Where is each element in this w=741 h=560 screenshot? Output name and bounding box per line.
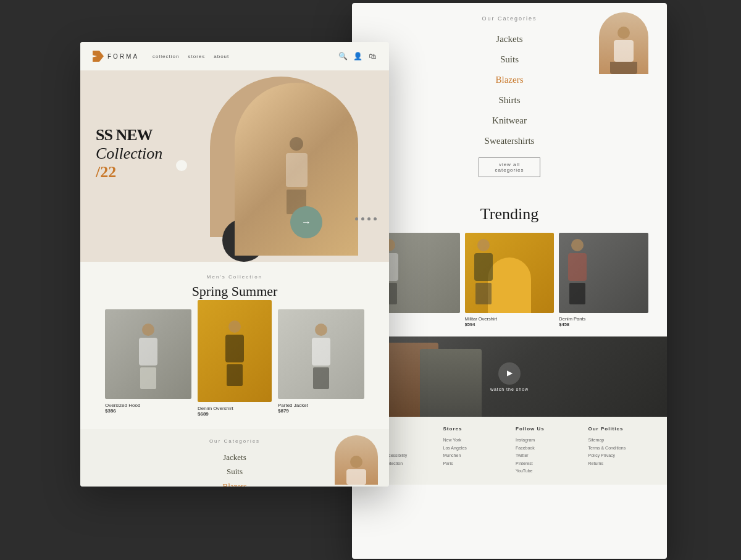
footer-stores-link-3[interactable]: Munchen xyxy=(443,452,504,460)
trending-img-2 xyxy=(465,233,555,313)
nav-stores[interactable]: stores xyxy=(188,54,205,59)
video-model-right xyxy=(420,349,482,417)
front-cat-arch-figure xyxy=(335,435,378,485)
front-cat-arch-img xyxy=(335,435,378,485)
footer-politics-link-4[interactable]: Returns xyxy=(588,460,649,468)
video-play-button[interactable]: ▶ xyxy=(498,362,521,385)
product-name-2: Denim Overshirt xyxy=(198,406,272,411)
f-head-3 xyxy=(571,239,584,251)
back-cat-shirts[interactable]: Shirts xyxy=(371,90,648,111)
hero-circle-small xyxy=(176,160,187,171)
front-cat-suits[interactable]: Suits xyxy=(96,464,374,479)
pf-body-2 xyxy=(225,335,244,362)
person-head xyxy=(618,27,630,39)
back-cat-sweatershirts[interactable]: Sweatershirts xyxy=(371,131,648,151)
footer-politics-title: Our Politics xyxy=(588,426,649,432)
footer-follow-link-1[interactable]: Instagram xyxy=(516,437,576,445)
fcp-head xyxy=(350,456,362,468)
video-play-container: ▶ watch the show xyxy=(490,362,529,391)
trending-grid: Jacket Militar Overshirt $594 xyxy=(371,233,648,327)
sitting-person xyxy=(610,20,637,74)
hero-dot-3[interactable] xyxy=(367,217,371,220)
product-figure-2 xyxy=(216,314,253,388)
front-cat-person xyxy=(346,449,366,485)
hero-dot-2[interactable] xyxy=(361,217,364,220)
video-section: ▶ watch the show xyxy=(352,336,667,417)
back-arch-container xyxy=(599,12,648,80)
front-cat-jackets[interactable]: Jackets xyxy=(96,450,374,464)
logo-icon xyxy=(93,51,104,62)
f-legs-3 xyxy=(569,283,585,304)
product-card-3[interactable]: Parted Jacket $879 xyxy=(278,309,364,417)
pf-head-3 xyxy=(315,324,327,336)
logo-name: FORMA xyxy=(107,53,139,60)
product-img-3 xyxy=(278,309,364,399)
footer-stores-link-4[interactable]: Paris xyxy=(443,460,504,468)
hero-next-button[interactable]: → xyxy=(290,206,322,238)
footer-stores-link-1[interactable]: New York xyxy=(443,437,504,445)
pf-body-1 xyxy=(139,338,157,366)
trending-title: Trending xyxy=(371,205,648,224)
product-price-2: $689 xyxy=(198,411,272,417)
footer-follow-link-3[interactable]: Twitter xyxy=(516,452,576,460)
trending-img-3 xyxy=(559,233,648,313)
hero-dot-1[interactable] xyxy=(355,217,358,220)
trending-price-3: $458 xyxy=(559,322,648,327)
product-name-3: Parted Jacket xyxy=(278,403,364,408)
hero-dot-4[interactable] xyxy=(374,217,377,220)
spring-summer-title: Spring Summer xyxy=(96,283,374,299)
trending-card-3[interactable]: Denim Pants $458 xyxy=(559,233,648,327)
cart-icon[interactable]: 🛍 xyxy=(368,52,377,61)
front-categories-list: Jackets Suits Blazers Shirts Knitwear Sw… xyxy=(96,450,374,487)
view-all-categories-button[interactable]: view all categories xyxy=(479,157,540,177)
footer-stores-link-2[interactable]: Los Angeles xyxy=(443,445,504,453)
footer-politics-link-3[interactable]: Policy Privacy xyxy=(588,452,649,460)
pf-head-2 xyxy=(228,320,241,333)
hero-dots xyxy=(355,217,377,220)
trending-card-2[interactable]: Militar Overshirt $594 xyxy=(465,233,555,327)
footer-follow-link-5[interactable]: YouTube xyxy=(516,467,576,475)
product-card-2[interactable]: Denim Overshirt $689 xyxy=(198,300,272,417)
footer-politics-link-1[interactable]: Sitemap xyxy=(588,437,649,445)
search-icon[interactable]: 🔍 xyxy=(338,52,347,61)
logo[interactable]: FORMA xyxy=(93,51,139,62)
video-label: watch the show xyxy=(490,387,529,391)
trending-name-3: Denim Pants xyxy=(559,316,648,322)
back-arch-image xyxy=(599,12,648,74)
fcp-body xyxy=(346,469,366,485)
mens-collection-subtitle: Men's Collection xyxy=(96,274,374,280)
footer-col-politics: Our Politics Sitemap Terms & Conditions … xyxy=(588,426,649,475)
footer-follow-link-4[interactable]: Pinterest xyxy=(516,460,576,468)
nav-about[interactable]: about xyxy=(214,54,229,59)
front-cat-blazers[interactable]: Blazers xyxy=(96,479,374,487)
pf-head-1 xyxy=(142,324,154,336)
products-grid: Oversized Hood $356 Denim Overshirt $689 xyxy=(96,309,374,417)
pf-legs-1 xyxy=(140,367,156,389)
f-body-2 xyxy=(474,253,493,281)
front-cat-arch-container xyxy=(335,435,378,487)
f-legs-2 xyxy=(475,283,492,304)
product-figure-3 xyxy=(303,317,340,391)
back-cat-knitwear[interactable]: Knitwear xyxy=(371,111,648,131)
footer-follow-link-2[interactable]: Facebook xyxy=(516,445,576,453)
hero-ss-label: SS NEW xyxy=(96,126,162,144)
account-icon[interactable]: 👤 xyxy=(353,52,362,61)
front-categories-section: Our Categories Jackets Suits Blazers Shi… xyxy=(80,429,389,487)
nav-icons: 🔍 👤 🛍 xyxy=(338,52,377,61)
product-price-3: $879 xyxy=(278,408,364,414)
product-img-1 xyxy=(105,309,191,399)
footer-stores-title: Stores xyxy=(443,426,504,432)
product-card-1[interactable]: Oversized Hood $356 xyxy=(105,309,191,417)
navigation: FORMA collection stores about 🔍 👤 🛍 xyxy=(80,42,389,70)
product-price-1: $356 xyxy=(105,408,191,414)
front-categories-header: Our Categories xyxy=(96,438,374,444)
nav-links: collection stores about xyxy=(153,54,229,59)
footer-politics-link-2[interactable]: Terms & Conditions xyxy=(588,445,649,453)
person-body xyxy=(614,40,634,62)
trend-figure-3 xyxy=(559,233,596,307)
pf-legs-2 xyxy=(227,364,243,386)
hero-text: SS NEW Collection /22 xyxy=(96,126,162,182)
person-legs xyxy=(610,62,637,74)
nav-collection[interactable]: collection xyxy=(153,54,179,59)
hero-section: SS NEW Collection /22 → xyxy=(80,70,389,262)
